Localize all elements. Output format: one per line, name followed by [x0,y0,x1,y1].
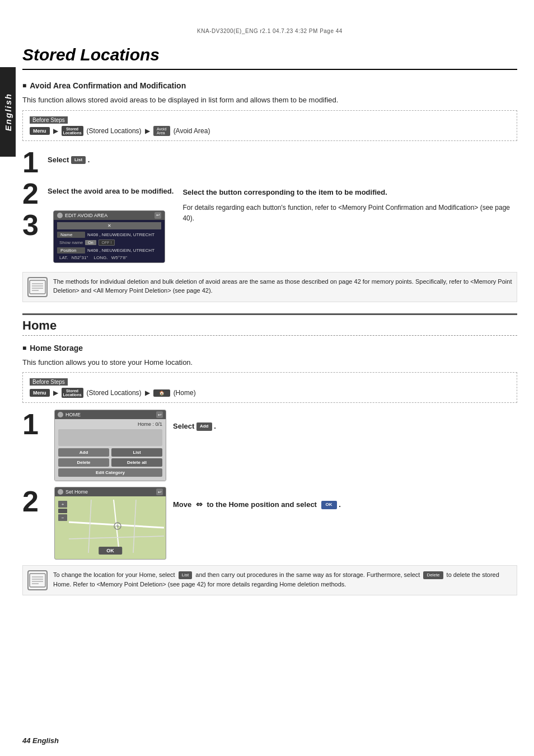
home-breadcrumb: Menu ▶ StoredLocations (Stored Locations… [30,388,510,398]
home-icon-btn: 🏠 [153,389,170,397]
avoid-note-box: The methods for individual deletion and … [22,272,517,302]
avoid-area-icon: AvoidArea [153,126,170,136]
avoid-screen-header: EDIT AVOID AREA ↩ [54,211,165,220]
avoid-area-heading: Avoid Area Confirmation and Modification [22,81,517,90]
avoid-position-label: Position [57,247,85,253]
map-svg [69,500,164,553]
avoid-area-screen: EDIT AVOID AREA ↩ ✕ Name N408 , NIEUWEGE… [53,210,165,263]
home-note-part2: and then carry out procedures in the sam… [195,571,420,578]
svg-rect-14 [30,574,45,587]
avoid-name-label: Name [57,232,85,238]
home-note-icon [27,570,48,590]
arrow2: ▶ [145,127,150,135]
home-arrow2: ▶ [145,389,150,397]
avoid-breadcrumb: Menu ▶ StoredLocations (Stored Locations… [30,126,510,136]
step1-number: 1 [22,148,48,177]
home-step1-row: 1 HOME ↩ Home : 0/1 A [22,410,517,481]
home-screen-mockup: HOME ↩ Home : 0/1 Add List Delete [54,410,166,481]
cursor-symbol: ⇔ [196,500,203,509]
map-center-btn [58,509,67,513]
avoid-position-row: Position N408 , NIEUWEGEIN, UTRECHT [57,247,161,253]
home-section-title: Home [22,318,517,333]
home-before-steps-box: Before Steps Menu ▶ StoredLocations (Sto… [22,372,517,403]
home-btn-row3: Edit Category [58,468,162,477]
home-screen-body: Home : 0/1 Add List Delete Delete all Ed… [55,419,166,481]
home-thumbnail [58,429,162,446]
stored-locations-btn: StoredLocations [62,126,83,136]
home-note-list-btn: List [179,571,192,579]
page-footer: 44 English [22,736,59,745]
sidebar-english-tab: English [0,67,16,157]
home-storage-heading: Home Storage [22,344,517,353]
arrow1: ▶ [53,127,58,135]
breadcrumb-part2: (Avoid Area) [174,127,210,135]
header-meta: KNA-DV3200(E)_ENG r2.1 04.7.23 4:32 PM P… [22,28,517,34]
avoid-area-description: This function allows stored avoid areas … [22,95,517,106]
breadcrumb-part1: (Stored Locations) [87,127,142,135]
home-add-inline-btn: Add [196,422,212,431]
home-before-steps-label: Before Steps [30,378,68,386]
step2-number: 2 [22,179,48,208]
home-edit-cat-btn: Edit Category [58,468,162,477]
home-step1-content: Select Add . [173,410,517,433]
home-breadcrumb-part2: (Home) [174,389,196,397]
avoid-showname-row: Show name On OFF ! [57,240,161,246]
avoid-on-btn: On [85,240,96,245]
home-screen-header: HOME ↩ [55,410,166,419]
step2-instruction: Select the avoid area to be modified. [48,179,174,198]
home-step2-instruction: Move ⇔ to the Home position and select O… [173,492,517,511]
zoom-out-btn: − [58,514,67,521]
home-description: This function allows you to store your H… [22,357,517,368]
avoid-long-label: LONG. [94,255,108,260]
step3-instruction: Select the button corresponding to the i… [182,181,517,199]
home-btn-row1: Add List [58,448,162,457]
svg-rect-0 [30,280,45,294]
home-delete-all-btn: Delete all [111,458,162,467]
avoid-before-steps-label: Before Steps [30,116,68,124]
avoid-name-row: Name N408 , NIEUWEGEIN, UTRECHT [57,232,161,238]
zoom-in-btn: + [58,501,67,508]
menu-btn: Menu [30,127,50,135]
step1-instruction: Select List . [48,148,90,166]
home-note-box: To change the location for your Home, se… [22,565,517,595]
map-nav-controls: + − [58,501,67,521]
avoid-lat-value: N52°31" [72,255,88,260]
home-breadcrumb-part1: (Stored Locations) [87,389,142,397]
home-list-btn: List [111,448,162,457]
home-step1-instruction: Select Add . [173,415,517,433]
avoid-position-value: N408 , NIEUWEGEIN, UTRECHT [87,248,154,253]
home-step2-row: 2 Set Home ↩ + − [22,487,517,560]
home-screen-title: HOME [65,412,81,417]
home-note-text: To change the location for your Home, se… [53,570,512,590]
step3-detail: For details regarding each button's func… [182,203,517,224]
avoid-area-section: Avoid Area Confirmation and Modification… [22,81,517,302]
home-add-btn: Add [58,448,109,457]
step1-list-btn: List [71,156,86,165]
sidebar-tab-label: English [3,93,13,131]
dashed-line [22,335,517,336]
set-home-title: Set Home [65,489,88,495]
home-step1-number: 1 [22,410,48,439]
step3-number: 3 [22,210,48,240]
avoid-lat-label: LAT. [59,255,68,260]
map-screen-header: Set Home ↩ [55,487,166,496]
home-step2-number: 2 [22,487,48,516]
avoid-name-value: N408 , NIEUWEGEIN, UTRECHT [87,232,154,237]
home-count-value: 0/1 [155,421,162,427]
page-title: Stored Locations [22,45,517,70]
home-arrow1: ▶ [53,389,58,397]
home-note-delete-btn: Delete [423,571,443,579]
map-ok-btn: OK [99,547,122,555]
avoid-screen-body: ✕ Name N408 , NIEUWEGEIN, UTRECHT Show n… [54,220,165,262]
home-btn-row2: Delete Delete all [58,458,162,467]
home-menu-btn: Menu [30,389,50,397]
home-section: Home Home Storage This function allows y… [22,313,517,596]
note-icon [27,277,48,297]
home-step2-content: Move ⇔ to the Home position and select O… [173,487,517,511]
ok-inline-btn: OK [321,501,337,509]
avoid-screen-title: EDIT AVOID AREA [65,213,107,218]
avoid-note-text: The methods for individual deletion and … [53,277,512,297]
avoid-showname-label: Show name [59,240,83,245]
map-screen-mockup: Set Home ↩ + − [54,487,166,560]
avoid-before-steps-box: Before Steps Menu ▶ StoredLocations (Sto… [22,110,517,141]
